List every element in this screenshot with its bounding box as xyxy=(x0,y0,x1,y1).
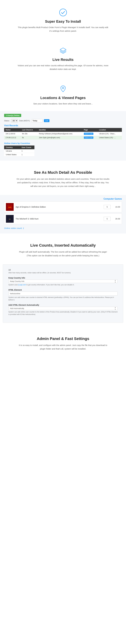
country-name: Ukraine xyxy=(4,149,20,153)
product-price-witcher: 39.99 xyxy=(113,218,120,220)
status-label: Status: xyxy=(4,120,10,122)
svg-point-0 xyxy=(60,9,67,16)
timeout-value: 10 xyxy=(8,268,118,271)
timeout-field: 10 After how many seconds, visitor statu… xyxy=(8,268,118,274)
auto-field: Add HTML Element Automatically Add Autom… xyxy=(8,304,118,316)
table-row: 174.69.113.12 5s John Spitz (john@spitz.… xyxy=(4,136,122,140)
ipapi-link[interactable]: ip-api.com xyxy=(18,284,26,286)
visitor-ip: 194.12.89.93 xyxy=(4,132,21,136)
product-row: AoE2 Age of Empires II: Definitive Editi… xyxy=(4,202,122,212)
country-count: 1 xyxy=(20,153,34,156)
date-label: Date (M/D/Y): xyxy=(19,120,30,122)
location-cell: United States (US) - ... xyxy=(98,136,122,140)
identifier: Rimlay Software (rimlaysoftware@gmail.co… xyxy=(38,132,82,136)
location-icon xyxy=(16,85,110,94)
html-field: HTML Element System can add online user … xyxy=(8,289,118,301)
country-select-wrap: Keep Country Info ▲▼ xyxy=(8,280,118,283)
visitor-count-label: Online visitor count: 1 xyxy=(4,227,122,229)
product-name-witcher: The Witcher® 3: Wild Hunt xyxy=(15,218,102,220)
svg-text:AoE2: AoE2 xyxy=(8,206,11,208)
col-location: Location xyxy=(98,128,122,132)
feature-live-desc: Visitors and you can see real visitor co… xyxy=(16,64,110,71)
product-category: Computer Games xyxy=(4,198,122,200)
check-circle-icon xyxy=(16,8,110,17)
live-counts-desc: Plugin will add itself automatically. Th… xyxy=(16,250,110,258)
product-row: W3 The Witcher® 3: Wild Hunt 5 39.99 xyxy=(4,214,122,224)
list-item: United States 1 xyxy=(4,153,34,156)
live-counts-title: Live Counts, Inserted Automatically xyxy=(16,243,110,248)
col-checkin: Last Check-in xyxy=(21,128,38,132)
admin-title: Admin Panel & Fast Settings xyxy=(16,336,110,341)
col-identifier: Identifier xyxy=(38,128,82,132)
product-image-witcher: W3 xyxy=(6,215,14,223)
auto-select-wrap: Add Automatically ▲▼ xyxy=(8,307,118,310)
col-visitor: Visitor xyxy=(4,128,21,132)
table-row: 194.12.89.93 6m 28s Rimlay Software (rim… xyxy=(4,132,122,136)
page-cell: Click to see xyxy=(82,136,98,140)
admin-section: Admin Panel & Fast Settings It is so eas… xyxy=(0,327,126,362)
country-count: 1 xyxy=(20,149,34,153)
product-section: Computer Games AoE2 Age of Empires II: D… xyxy=(0,195,126,234)
product-count-aoe2[interactable]: 5 xyxy=(104,205,111,209)
auto-label: Add HTML Element Automatically xyxy=(8,304,118,306)
checkin-time: 6m 28s xyxy=(21,132,38,136)
date-input[interactable] xyxy=(32,119,43,122)
feature-locations: Locations & Viewed Pages See your visito… xyxy=(0,76,126,111)
svg-point-2 xyxy=(62,87,64,89)
feature-install: Super Easy To Install This plugin benefi… xyxy=(0,0,126,38)
product-price-aoe2: 19.99 xyxy=(113,206,120,208)
click-to-see-btn[interactable]: Click to see xyxy=(84,133,93,135)
feature-live-title: Live Results xyxy=(16,58,110,62)
click-to-see-btn[interactable]: Click to see xyxy=(84,136,93,139)
countries-table: Country User Count Ukraine 1 United Stat… xyxy=(4,146,34,156)
col-page: Page xyxy=(82,128,98,132)
country-select[interactable]: Keep Country Info xyxy=(10,280,116,282)
list-item: Ukraine 1 xyxy=(4,149,34,153)
col-user-count: User Count xyxy=(20,146,34,149)
auto-select[interactable]: Add Automatically xyxy=(10,307,116,310)
visit-table: Visitor Last Check-in Identifier Page Lo… xyxy=(4,128,122,140)
product-image-aoe2: AoE2 xyxy=(6,203,14,211)
layers-icon xyxy=(16,46,110,55)
product-count-witcher[interactable]: 5 xyxy=(104,217,111,221)
live-counts-section: Live Counts, Inserted Automatically Plug… xyxy=(0,234,126,264)
online-section: 1 User(s) Online Status: All Date (M/D/Y… xyxy=(0,111,126,160)
status-select[interactable]: All xyxy=(11,119,18,122)
product-name-aoe2: Age of Empires II: Definitive Edition xyxy=(15,206,102,208)
identifier: John Spitz (john@spitz.com) xyxy=(38,136,82,140)
visit-records-title: Visit Records xyxy=(4,124,122,127)
feature-loc-desc: See your visitors locations. See them wh… xyxy=(16,102,110,106)
svg-marker-1 xyxy=(60,48,66,51)
country-label: Keep Country Info xyxy=(8,277,118,279)
location-cell: Ukraine (UA) - Olasu... xyxy=(98,132,122,136)
country-name: United States xyxy=(4,153,20,156)
filter-bar: Status: All Date (M/D/Y): List xyxy=(4,119,122,122)
visitor-ip: 174.69.113.12 xyxy=(4,136,21,140)
countries-title: Online Users by Countries xyxy=(4,142,122,144)
html-desc: System can add online user counter to de… xyxy=(8,296,118,301)
feature-loc-title: Locations & Viewed Pages xyxy=(16,96,110,100)
svg-text:W3: W3 xyxy=(9,218,11,220)
page-cell: Click to see xyxy=(82,132,98,136)
html-input-wrap xyxy=(8,292,118,296)
detail-title: See As Much Detail As Possible xyxy=(16,170,110,175)
feature-install-desc: This plugin benefits Multi Product Order… xyxy=(16,26,110,33)
html-input[interactable] xyxy=(10,292,116,294)
html-label: HTML Element xyxy=(8,289,118,291)
detail-desc: On your admin panel, you can see detaile… xyxy=(16,177,110,188)
admin-desc: It is so easy to install, and configure … xyxy=(16,344,110,351)
list-button[interactable]: List xyxy=(44,119,50,122)
settings-section: 10 After how many seconds, visitor statu… xyxy=(3,264,123,323)
detail-section: See As Much Detail As Possible On your a… xyxy=(0,160,126,195)
checkin-time: 5s xyxy=(21,136,38,140)
feature-install-title: Super Easy To Install xyxy=(16,19,110,24)
online-badge: 1 User(s) Online xyxy=(4,114,21,117)
auto-desc: System can add online user counter to th… xyxy=(8,311,118,316)
country-field: Keep Country Info Keep Country Info ▲▼ S… xyxy=(8,277,118,286)
col-country: Country xyxy=(4,146,20,149)
timeout-desc: After how many seconds, visitor status w… xyxy=(8,272,118,274)
feature-live-results: Live Results Visitors and you can see re… xyxy=(0,38,126,76)
country-desc: System uses ip-api.com to get country in… xyxy=(8,284,118,286)
